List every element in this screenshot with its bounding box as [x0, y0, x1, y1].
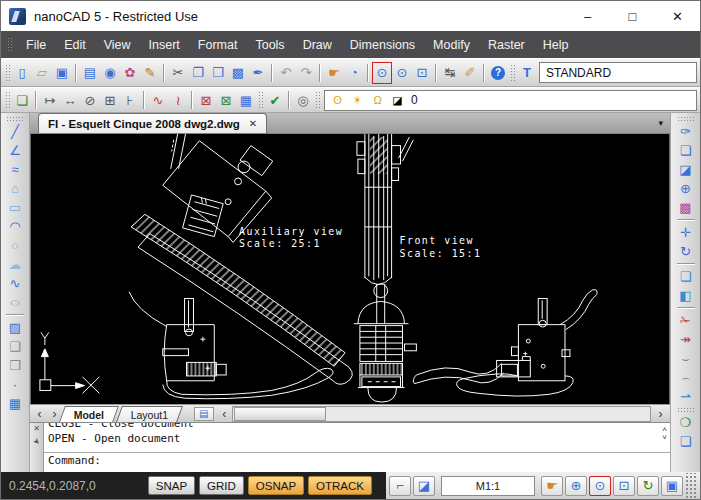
page-setup-button[interactable]: ✎: [140, 62, 160, 84]
zoom-previous-button[interactable]: ◔: [344, 62, 364, 84]
find-button[interactable]: ◎: [293, 89, 313, 111]
draw-ellipse-button[interactable]: ○: [3, 293, 27, 312]
menu-format[interactable]: Format: [189, 33, 247, 57]
dim-linear-button[interactable]: ↔: [60, 89, 80, 111]
properties-sheet-button[interactable]: ❏: [674, 432, 698, 451]
spline-edit-button[interactable]: ∿: [148, 89, 168, 111]
status-zoom-extents-button[interactable]: ⊡: [613, 476, 635, 496]
help-button[interactable]: ?: [488, 62, 508, 84]
command-pin-icon[interactable]: ➤: [31, 437, 41, 447]
layer-color-swatch-button[interactable]: ◪: [389, 89, 409, 111]
move-button[interactable]: ✛: [674, 223, 698, 242]
toggle-osnap[interactable]: OSNAP: [248, 476, 304, 495]
layer-combo[interactable]: ʘ☀Ω◪ 0: [324, 90, 697, 111]
tab-layout1[interactable]: Layout1: [116, 406, 183, 422]
grid-display-button[interactable]: ◪: [413, 476, 435, 496]
toggle-snap[interactable]: SNAP: [148, 476, 195, 495]
zoom-window-button[interactable]: ⊙: [372, 62, 392, 84]
layer-unlock-button[interactable]: Ω: [369, 89, 389, 111]
toggle-grid[interactable]: GRID: [199, 476, 244, 495]
status-regen-button[interactable]: ↻: [637, 476, 659, 496]
menu-draw[interactable]: Draw: [294, 33, 341, 57]
scale-button[interactable]: ❏: [674, 267, 698, 286]
menu-view[interactable]: View: [95, 33, 140, 57]
text-style-button[interactable]: T: [517, 62, 537, 84]
undo-button[interactable]: ↶: [276, 62, 296, 84]
layout-preview-button[interactable]: ▤: [194, 407, 214, 421]
dim-baseline-button[interactable]: ⊦: [120, 89, 140, 111]
draw-cloud-button[interactable]: ☁: [3, 255, 27, 274]
hscroll-left-icon[interactable]: ‹: [217, 406, 232, 421]
new-document-button[interactable]: ▯: [12, 62, 32, 84]
menu-modify[interactable]: Modify: [424, 33, 479, 57]
dim-group-button[interactable]: ⊞: [100, 89, 120, 111]
spline-frame-button[interactable]: ≀: [168, 89, 188, 111]
dim-aligned-button[interactable]: ↦: [40, 89, 60, 111]
match-properties-button[interactable]: ✑: [674, 122, 698, 141]
command-prompt[interactable]: Command:: [44, 453, 670, 472]
resize-grip[interactable]: [685, 473, 697, 499]
erase-button[interactable]: ◪: [674, 160, 698, 179]
create-block-button[interactable]: ❑: [3, 337, 27, 356]
array-button[interactable]: ▩: [674, 198, 698, 217]
draw-arc-button[interactable]: ◠: [3, 217, 27, 236]
open-document-button[interactable]: ▱: [32, 62, 52, 84]
table-edit-button[interactable]: ▦: [236, 89, 256, 111]
text-style-combo[interactable]: STANDARD: [539, 62, 697, 83]
stretch-button[interactable]: ◧: [674, 286, 698, 305]
break-button[interactable]: ⌣: [674, 349, 698, 368]
command-history[interactable]: CLOSE - Close document OPEN - Open docum…: [44, 423, 670, 453]
insert-block-button[interactable]: ❒: [3, 356, 27, 375]
redo-button[interactable]: ↷: [296, 62, 316, 84]
horizontal-scrollbar[interactable]: [232, 406, 651, 422]
zoom-extents-button[interactable]: ⊡: [412, 62, 432, 84]
insert-table-button[interactable]: ▦: [3, 394, 27, 413]
menu-edit[interactable]: Edit: [55, 33, 95, 57]
status-zoom-in-button[interactable]: ⊕: [565, 476, 587, 496]
trim-button[interactable]: ✁: [674, 311, 698, 330]
document-tab-close-icon[interactable]: ✕: [249, 118, 257, 129]
command-close-icon[interactable]: ✕: [33, 425, 40, 433]
plot-preview-button[interactable]: ◉: [100, 62, 120, 84]
document-tab[interactable]: FI - Esquelt Cinque 2008 dwg2.dwg ✕: [38, 113, 267, 133]
draw-polygon-button[interactable]: ⌂: [3, 179, 27, 198]
paste-button[interactable]: ❒: [208, 62, 228, 84]
pan-button[interactable]: ☛: [324, 62, 344, 84]
import-xref-button[interactable]: ⊠: [216, 89, 236, 111]
measure-ruler-button[interactable]: ✐: [460, 62, 480, 84]
dim-none-button[interactable]: ⊘: [80, 89, 100, 111]
copy-button[interactable]: ❐: [188, 62, 208, 84]
batch-plot-button[interactable]: ✿: [120, 62, 140, 84]
menu-tools[interactable]: Tools: [246, 33, 293, 57]
draw-circle-button[interactable]: ○: [3, 236, 27, 255]
cut-button[interactable]: ✂: [168, 62, 188, 84]
status-pan-button[interactable]: ☛: [541, 476, 563, 496]
copy-with-basepoint-button[interactable]: ▩: [228, 62, 248, 84]
toggle-otrack[interactable]: OTRACK: [308, 476, 372, 495]
copy-object-button[interactable]: ❏: [674, 141, 698, 160]
menu-dimensions[interactable]: Dimensions: [341, 33, 424, 57]
measure-distance-button[interactable]: ↹: [440, 62, 460, 84]
hscroll-thumb[interactable]: [234, 407, 326, 421]
command-scroll-down-icon[interactable]: ˅: [662, 434, 667, 441]
ucs-toggle-button[interactable]: ⌐: [389, 476, 411, 496]
tab-scroll-left-icon[interactable]: ‹: [32, 406, 47, 421]
maximize-button[interactable]: □: [610, 1, 655, 31]
status-fullscreen-button[interactable]: ▣: [661, 476, 683, 496]
layer-on-bulb-button[interactable]: ʘ: [329, 89, 349, 111]
point-style-button[interactable]: ·: [3, 375, 27, 394]
draw-spline-cv-button[interactable]: ≈: [3, 160, 27, 179]
draw-hatch-button[interactable]: ▨: [3, 318, 27, 337]
status-zoom-window-button[interactable]: ⊙: [589, 476, 611, 496]
draw-polyline-button[interactable]: ∠: [3, 141, 27, 160]
plot-button[interactable]: ▤: [80, 62, 100, 84]
format-painter-button[interactable]: ✒: [248, 62, 268, 84]
menu-help[interactable]: Help: [534, 33, 578, 57]
draw-line-button[interactable]: ╱: [3, 122, 27, 141]
draw-order-button[interactable]: ❍: [674, 413, 698, 432]
menu-raster[interactable]: Raster: [479, 33, 534, 57]
tab-overflow-icon[interactable]: ▾: [658, 118, 663, 128]
close-button[interactable]: ✕: [655, 1, 700, 31]
standards-check-button[interactable]: ✔: [265, 89, 285, 111]
scale-indicator[interactable]: M1:1: [441, 476, 535, 496]
